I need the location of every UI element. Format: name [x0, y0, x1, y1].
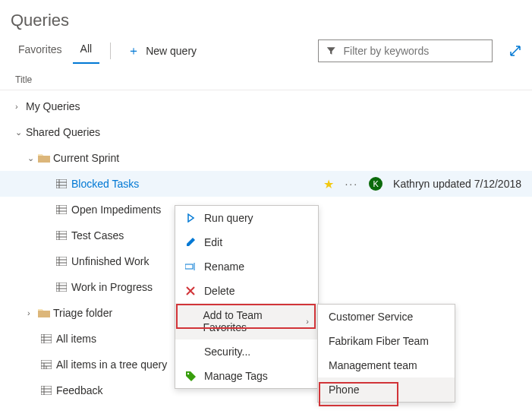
menu-delete[interactable]: Delete — [175, 279, 318, 303]
query-icon — [56, 179, 71, 188]
menu-add-favorites[interactable]: Add to Team Favorites › — [175, 303, 318, 339]
query-label: Work in Progress — [71, 281, 153, 293]
submenu-label: Customer Service — [329, 311, 413, 323]
query-icon — [56, 231, 71, 240]
chevron-down-icon: ⌄ — [15, 128, 26, 137]
menu-rename[interactable]: Rename — [175, 254, 318, 279]
chevron-right-icon: › — [15, 102, 26, 111]
menu-label: Rename — [204, 261, 244, 273]
submenu-label: Fabrikam Fiber Team — [329, 335, 429, 347]
menu-label: Security... — [204, 346, 250, 358]
query-label: Open Impediments — [71, 204, 161, 216]
menu-label: Edit — [204, 236, 222, 248]
folder-icon — [38, 153, 53, 163]
menu-label: Run query — [204, 212, 253, 224]
tag-icon — [184, 371, 197, 381]
separator — [110, 43, 111, 59]
expand-icon[interactable] — [509, 45, 521, 57]
tree-item-blocked-tasks[interactable]: Blocked Tasks ★ ··· K Kathryn updated 7/… — [0, 171, 532, 197]
query-icon — [56, 205, 71, 214]
chevron-down-icon: ⌄ — [27, 153, 38, 163]
page-title: Queries — [0, 0, 532, 38]
context-menu: Run query Edit Rename Delete Add to Team… — [175, 205, 319, 389]
column-header-title: Title — [0, 70, 532, 90]
svg-rect-8 — [56, 231, 67, 240]
menu-label: Add to Team Favorites — [203, 309, 298, 333]
delete-icon — [184, 286, 197, 295]
folder-label: Triage folder — [53, 307, 112, 319]
menu-security[interactable]: Security... — [175, 339, 318, 364]
folder-icon — [38, 308, 53, 318]
svg-rect-33 — [185, 264, 193, 269]
submenu-customer-service[interactable]: Customer Service — [318, 305, 455, 329]
folder-label: Current Sprint — [53, 152, 119, 164]
more-icon[interactable]: ··· — [345, 178, 358, 190]
svg-rect-4 — [56, 205, 67, 214]
submenu-label: Management team — [329, 359, 417, 371]
tab-all[interactable]: All — [73, 38, 100, 64]
submenu-label: Phone — [329, 384, 359, 396]
query-icon — [41, 334, 56, 343]
submenu-fabrikam[interactable]: Fabrikam Fiber Team — [318, 329, 455, 353]
avatar: K — [369, 177, 382, 191]
query-tree-icon — [41, 360, 56, 369]
query-label: Feedback — [56, 384, 102, 396]
menu-label: Manage Tags — [204, 370, 268, 382]
query-label: All items — [56, 333, 96, 345]
pencil-icon — [184, 238, 197, 247]
folder-label: My Queries — [26, 100, 80, 112]
svg-point-35 — [187, 372, 188, 374]
tab-favorites[interactable]: Favorites — [11, 39, 70, 63]
rename-icon — [184, 263, 197, 270]
svg-rect-12 — [56, 257, 67, 266]
chevron-right-icon: › — [306, 317, 309, 326]
tree-folder-current-sprint[interactable]: ⌄ Current Sprint — [0, 145, 532, 171]
toolbar: Favorites All ＋ New query — [0, 38, 532, 70]
play-icon — [184, 213, 197, 223]
query-icon — [56, 257, 71, 266]
filter-icon — [326, 46, 335, 56]
submenu-management[interactable]: Management team — [318, 353, 455, 377]
svg-rect-29 — [41, 386, 52, 395]
new-query-button[interactable]: ＋ New query — [121, 40, 203, 62]
svg-rect-16 — [56, 283, 67, 292]
filter-input[interactable] — [343, 45, 484, 57]
query-label: Test Cases — [71, 229, 124, 242]
query-label: Unfinished Work — [71, 255, 149, 267]
submenu-teams: Customer Service Fabrikam Fiber Team Man… — [317, 304, 455, 403]
query-icon — [56, 283, 71, 292]
folder-label: Shared Queries — [26, 126, 100, 138]
filter-box[interactable] — [318, 39, 493, 62]
menu-label: Delete — [204, 285, 235, 297]
tree-folder-my-queries[interactable]: › My Queries — [0, 93, 532, 119]
svg-rect-20 — [41, 334, 52, 343]
query-label: All items in a tree query — [56, 358, 167, 371]
submenu-phone[interactable]: Phone — [318, 377, 455, 402]
meta-text: Kathryn updated 7/12/2018 — [393, 178, 521, 190]
menu-edit[interactable]: Edit — [175, 230, 318, 254]
star-icon[interactable]: ★ — [323, 177, 334, 191]
query-icon — [41, 386, 56, 395]
chevron-right-icon: › — [27, 308, 38, 317]
tree-folder-shared-queries[interactable]: ⌄ Shared Queries — [0, 119, 532, 145]
plus-icon: ＋ — [127, 43, 140, 59]
query-label: Blocked Tasks — [71, 178, 139, 190]
menu-run-query[interactable]: Run query — [175, 206, 318, 230]
new-query-label: New query — [146, 45, 197, 57]
menu-manage-tags[interactable]: Manage Tags — [175, 364, 318, 388]
svg-rect-0 — [56, 179, 67, 188]
